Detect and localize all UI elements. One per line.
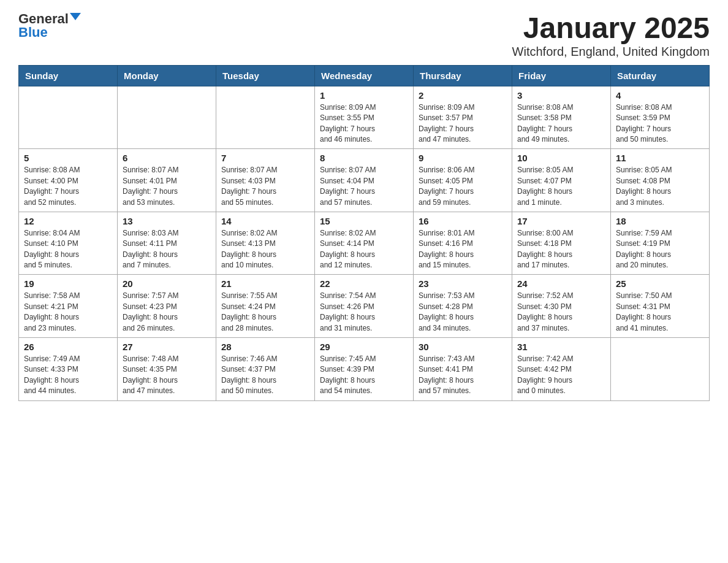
logo-blue: Blue xyxy=(18,26,48,39)
day-info: Sunrise: 8:04 AM Sunset: 4:10 PM Dayligh… xyxy=(24,228,112,271)
day-info: Sunrise: 7:57 AM Sunset: 4:23 PM Dayligh… xyxy=(123,291,211,334)
day-info: Sunrise: 7:59 AM Sunset: 4:19 PM Dayligh… xyxy=(616,228,704,271)
calendar-title: January 2025 xyxy=(512,12,710,45)
calendar-cell: 27Sunrise: 7:48 AM Sunset: 4:35 PM Dayli… xyxy=(118,338,216,401)
day-info: Sunrise: 8:08 AM Sunset: 3:58 PM Dayligh… xyxy=(517,102,605,145)
day-info: Sunrise: 7:55 AM Sunset: 4:24 PM Dayligh… xyxy=(221,291,309,334)
calendar-cell: 1Sunrise: 8:09 AM Sunset: 3:55 PM Daylig… xyxy=(315,86,414,149)
calendar-cell: 10Sunrise: 8:05 AM Sunset: 4:07 PM Dayli… xyxy=(512,149,611,212)
day-header-sunday: Sunday xyxy=(19,65,118,86)
calendar-cell: 19Sunrise: 7:58 AM Sunset: 4:21 PM Dayli… xyxy=(19,275,118,338)
day-number: 20 xyxy=(123,278,211,289)
calendar-cell: 9Sunrise: 8:06 AM Sunset: 4:05 PM Daylig… xyxy=(414,149,512,212)
day-number: 19 xyxy=(24,278,112,289)
calendar-cell: 28Sunrise: 7:46 AM Sunset: 4:37 PM Dayli… xyxy=(216,338,315,401)
calendar-cell xyxy=(611,338,710,401)
day-info: Sunrise: 8:00 AM Sunset: 4:18 PM Dayligh… xyxy=(517,228,605,271)
calendar-table: SundayMondayTuesdayWednesdayThursdayFrid… xyxy=(18,65,710,401)
day-number: 11 xyxy=(616,153,704,163)
calendar-cell: 24Sunrise: 7:52 AM Sunset: 4:30 PM Dayli… xyxy=(512,275,611,338)
day-header-saturday: Saturday xyxy=(611,65,710,86)
day-info: Sunrise: 8:05 AM Sunset: 4:08 PM Dayligh… xyxy=(616,165,704,208)
day-number: 28 xyxy=(221,342,309,352)
day-number: 15 xyxy=(320,216,408,226)
day-number: 9 xyxy=(419,153,507,163)
calendar-cell: 5Sunrise: 8:08 AM Sunset: 4:00 PM Daylig… xyxy=(19,149,118,212)
calendar-cell: 23Sunrise: 7:53 AM Sunset: 4:28 PM Dayli… xyxy=(414,275,512,338)
day-number: 12 xyxy=(24,216,112,226)
calendar-cell: 15Sunrise: 8:02 AM Sunset: 4:14 PM Dayli… xyxy=(315,212,414,275)
day-number: 2 xyxy=(419,90,507,101)
day-number: 25 xyxy=(616,278,704,289)
day-header-tuesday: Tuesday xyxy=(216,65,315,86)
day-info: Sunrise: 7:54 AM Sunset: 4:26 PM Dayligh… xyxy=(320,291,408,334)
day-number: 3 xyxy=(517,90,605,101)
day-info: Sunrise: 8:09 AM Sunset: 3:57 PM Dayligh… xyxy=(419,102,507,145)
day-number: 5 xyxy=(24,153,112,163)
calendar-cell: 13Sunrise: 8:03 AM Sunset: 4:11 PM Dayli… xyxy=(118,212,216,275)
week-row-1: 1Sunrise: 8:09 AM Sunset: 3:55 PM Daylig… xyxy=(19,86,710,149)
week-row-5: 26Sunrise: 7:49 AM Sunset: 4:33 PM Dayli… xyxy=(19,338,710,401)
day-number: 21 xyxy=(221,278,309,289)
calendar-cell xyxy=(19,86,118,149)
calendar-cell: 3Sunrise: 8:08 AM Sunset: 3:58 PM Daylig… xyxy=(512,86,611,149)
week-row-2: 5Sunrise: 8:08 AM Sunset: 4:00 PM Daylig… xyxy=(19,149,710,212)
day-number: 14 xyxy=(221,216,309,226)
day-header-row: SundayMondayTuesdayWednesdayThursdayFrid… xyxy=(19,65,710,86)
day-info: Sunrise: 7:50 AM Sunset: 4:31 PM Dayligh… xyxy=(616,291,704,334)
calendar-cell xyxy=(118,86,216,149)
calendar-body: 1Sunrise: 8:09 AM Sunset: 3:55 PM Daylig… xyxy=(19,86,710,400)
page-header: General Blue January 2025 Witchford, Eng… xyxy=(18,12,710,59)
day-header-monday: Monday xyxy=(118,65,216,86)
day-number: 7 xyxy=(221,153,309,163)
logo: General Blue xyxy=(18,12,81,39)
day-info: Sunrise: 8:05 AM Sunset: 4:07 PM Dayligh… xyxy=(517,165,605,208)
title-block: January 2025 Witchford, England, United … xyxy=(512,12,710,59)
day-info: Sunrise: 7:46 AM Sunset: 4:37 PM Dayligh… xyxy=(221,354,309,397)
calendar-cell: 16Sunrise: 8:01 AM Sunset: 4:16 PM Dayli… xyxy=(414,212,512,275)
day-number: 22 xyxy=(320,278,408,289)
day-info: Sunrise: 8:03 AM Sunset: 4:11 PM Dayligh… xyxy=(123,228,211,271)
calendar-cell: 17Sunrise: 8:00 AM Sunset: 4:18 PM Dayli… xyxy=(512,212,611,275)
day-number: 30 xyxy=(419,342,507,352)
day-info: Sunrise: 8:02 AM Sunset: 4:14 PM Dayligh… xyxy=(320,228,408,271)
day-number: 23 xyxy=(419,278,507,289)
calendar-cell: 25Sunrise: 7:50 AM Sunset: 4:31 PM Dayli… xyxy=(611,275,710,338)
logo-general: General xyxy=(18,12,69,26)
day-info: Sunrise: 7:48 AM Sunset: 4:35 PM Dayligh… xyxy=(123,354,211,397)
day-number: 6 xyxy=(123,153,211,163)
day-header-wednesday: Wednesday xyxy=(315,65,414,86)
day-number: 4 xyxy=(616,90,704,101)
day-info: Sunrise: 8:08 AM Sunset: 4:00 PM Dayligh… xyxy=(24,165,112,208)
day-info: Sunrise: 8:08 AM Sunset: 3:59 PM Dayligh… xyxy=(616,102,704,145)
calendar-cell: 22Sunrise: 7:54 AM Sunset: 4:26 PM Dayli… xyxy=(315,275,414,338)
calendar-cell: 11Sunrise: 8:05 AM Sunset: 4:08 PM Dayli… xyxy=(611,149,710,212)
day-info: Sunrise: 7:49 AM Sunset: 4:33 PM Dayligh… xyxy=(24,354,112,397)
day-number: 1 xyxy=(320,90,408,101)
calendar-cell: 8Sunrise: 8:07 AM Sunset: 4:04 PM Daylig… xyxy=(315,149,414,212)
calendar-cell: 29Sunrise: 7:45 AM Sunset: 4:39 PM Dayli… xyxy=(315,338,414,401)
day-number: 27 xyxy=(123,342,211,352)
day-info: Sunrise: 8:07 AM Sunset: 4:01 PM Dayligh… xyxy=(123,165,211,208)
day-number: 29 xyxy=(320,342,408,352)
day-number: 24 xyxy=(517,278,605,289)
day-info: Sunrise: 7:43 AM Sunset: 4:41 PM Dayligh… xyxy=(419,354,507,397)
calendar-cell xyxy=(216,86,315,149)
day-info: Sunrise: 7:52 AM Sunset: 4:30 PM Dayligh… xyxy=(517,291,605,334)
calendar-cell: 18Sunrise: 7:59 AM Sunset: 4:19 PM Dayli… xyxy=(611,212,710,275)
day-info: Sunrise: 7:42 AM Sunset: 4:42 PM Dayligh… xyxy=(517,354,605,397)
day-number: 16 xyxy=(419,216,507,226)
day-info: Sunrise: 8:01 AM Sunset: 4:16 PM Dayligh… xyxy=(419,228,507,271)
calendar-cell: 6Sunrise: 8:07 AM Sunset: 4:01 PM Daylig… xyxy=(118,149,216,212)
day-info: Sunrise: 8:02 AM Sunset: 4:13 PM Dayligh… xyxy=(221,228,309,271)
day-header-thursday: Thursday xyxy=(414,65,512,86)
calendar-subtitle: Witchford, England, United Kingdom xyxy=(512,45,710,59)
week-row-3: 12Sunrise: 8:04 AM Sunset: 4:10 PM Dayli… xyxy=(19,212,710,275)
day-number: 17 xyxy=(517,216,605,226)
calendar-cell: 26Sunrise: 7:49 AM Sunset: 4:33 PM Dayli… xyxy=(19,338,118,401)
day-number: 10 xyxy=(517,153,605,163)
day-info: Sunrise: 7:45 AM Sunset: 4:39 PM Dayligh… xyxy=(320,354,408,397)
day-info: Sunrise: 8:07 AM Sunset: 4:03 PM Dayligh… xyxy=(221,165,309,208)
day-info: Sunrise: 8:06 AM Sunset: 4:05 PM Dayligh… xyxy=(419,165,507,208)
calendar-header: SundayMondayTuesdayWednesdayThursdayFrid… xyxy=(19,65,710,86)
